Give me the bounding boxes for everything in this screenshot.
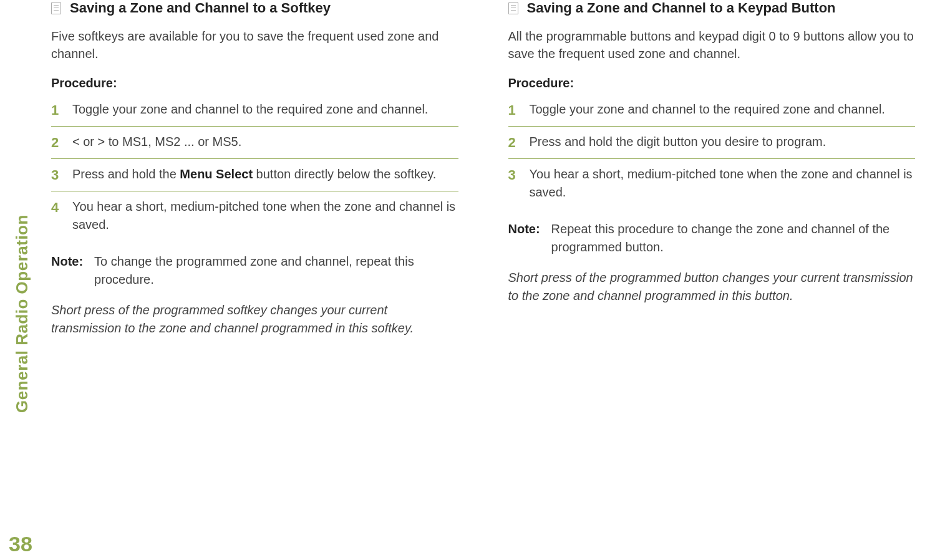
step-item: You hear a short, medium-pitched tone wh…	[51, 198, 458, 241]
heading-text: Saving a Zone and Channel to a Keypad Bu…	[527, 0, 836, 16]
italic-paragraph: Short press of the programmed softkey ch…	[51, 301, 458, 337]
lead-text: Five softkeys are available for you to s…	[51, 27, 458, 62]
note-text: To change the programmed zone and channe…	[94, 253, 458, 289]
section-heading-left: Saving a Zone and Channel to a Softkey	[51, 0, 458, 16]
step-text: You hear a short, medium-pitched tone wh…	[530, 167, 913, 199]
right-column: Saving a Zone and Channel to a Keypad Bu…	[508, 0, 916, 548]
steps-list-left: Toggle your zone and channel to the requ…	[51, 100, 458, 241]
step-text: button directly below the softkey.	[253, 167, 436, 181]
step-text: Press and hold the digit button you desi…	[530, 135, 826, 148]
step-text: Press and hold the	[72, 167, 180, 181]
step-item: You hear a short, medium-pitched tone wh…	[508, 165, 916, 209]
page-number: 38	[9, 532, 32, 556]
note-text: Repeat this procedure to change the zone…	[551, 220, 915, 256]
sidebar: General Radio Operation 38	[0, 0, 44, 560]
section-label: General Radio Operation	[12, 215, 32, 413]
step-bold-text: Menu Select	[180, 167, 253, 181]
heading-text: Saving a Zone and Channel to a Softkey	[70, 0, 331, 16]
step-item: Press and hold the digit button you desi…	[508, 133, 916, 159]
step-text: < or > to MS1, MS2 ... or MS5.	[72, 135, 241, 148]
content-area: Saving a Zone and Channel to a Softkey F…	[51, 0, 915, 548]
step-text: Toggle your zone and channel to the requ…	[72, 102, 428, 116]
left-column: Saving a Zone and Channel to a Softkey F…	[51, 0, 458, 548]
lead-text: All the programmable buttons and keypad …	[508, 27, 916, 62]
step-text: Toggle your zone and channel to the requ…	[530, 102, 885, 116]
italic-paragraph: Short press of the programmed button cha…	[508, 269, 916, 305]
note-label: Note:	[51, 253, 83, 289]
procedure-label: Procedure:	[508, 76, 916, 90]
note-row: Note: To change the programmed zone and …	[51, 253, 458, 289]
step-item: < or > to MS1, MS2 ... or MS5.	[51, 133, 458, 159]
document-icon	[508, 2, 518, 14]
step-text: You hear a short, medium-pitched tone wh…	[72, 200, 455, 231]
step-item: Toggle your zone and channel to the requ…	[508, 100, 916, 127]
document-icon	[51, 2, 61, 14]
steps-list-right: Toggle your zone and channel to the requ…	[508, 100, 916, 209]
step-item: Toggle your zone and channel to the requ…	[51, 100, 458, 127]
procedure-label: Procedure:	[51, 76, 458, 90]
step-item: Press and hold the Menu Select button di…	[51, 165, 458, 191]
note-label: Note:	[508, 220, 540, 256]
note-row: Note: Repeat this procedure to change th…	[508, 220, 916, 256]
section-heading-right: Saving a Zone and Channel to a Keypad Bu…	[508, 0, 916, 16]
